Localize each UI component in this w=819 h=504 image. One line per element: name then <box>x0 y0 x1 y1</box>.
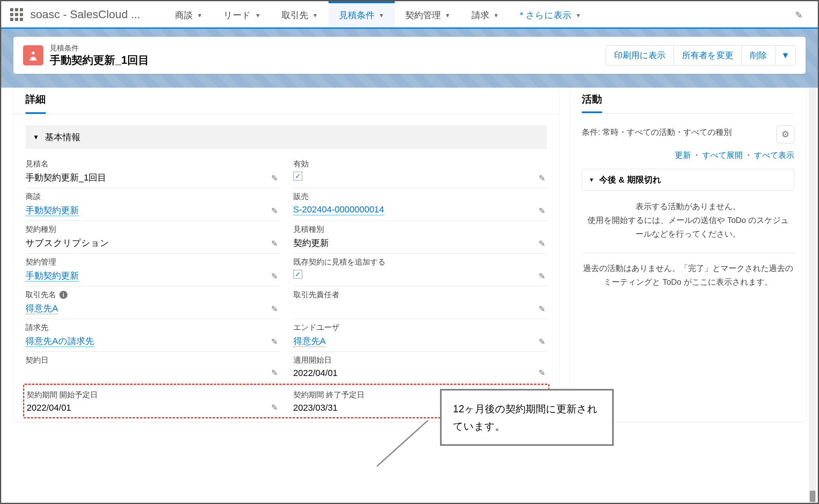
svg-point-0 <box>32 52 35 55</box>
edit-icon[interactable]: ✎ <box>539 173 545 183</box>
edit-icon[interactable]: ✎ <box>539 206 545 216</box>
edit-nav-icon[interactable]: ✎ <box>795 10 802 21</box>
field-sales: 販売 S-202404-0000000014 ✎ <box>293 188 547 221</box>
tab-detail[interactable]: 詳細 <box>25 92 46 114</box>
edit-icon[interactable]: ✎ <box>271 337 278 346</box>
delete-button[interactable]: 削除 <box>741 45 775 65</box>
change-owner-button[interactable]: 所有者を変更 <box>674 45 741 65</box>
edit-icon[interactable]: ✎ <box>271 403 278 412</box>
link-sales[interactable]: S-202404-0000000014 <box>293 204 384 215</box>
nav-item-contract[interactable]: 契約管理▼ <box>395 1 461 27</box>
nav-item-more[interactable]: * さらに表示▼ <box>510 1 592 27</box>
chevron-down-icon: ▼ <box>33 134 39 141</box>
nav-item-account[interactable]: 取引先▼ <box>271 1 328 27</box>
link-refresh[interactable]: 更新 <box>675 151 691 160</box>
chevron-down-icon[interactable]: ▼ <box>445 12 451 19</box>
chevron-down-icon[interactable]: ▼ <box>493 12 499 19</box>
edit-icon[interactable]: ✎ <box>539 368 545 378</box>
link-contract-mgmt[interactable]: 手動契約更新 <box>25 271 79 281</box>
nav-item-opportunity[interactable]: 商談▼ <box>164 1 213 27</box>
edit-icon[interactable]: ✎ <box>539 271 545 281</box>
activity-filter-text: 条件: 常時・すべての活動・すべての種別 <box>582 126 732 139</box>
field-contract-date: 契約日 ✎ <box>25 352 280 383</box>
field-quote-type: 見積種別 契約更新 ✎ <box>293 221 547 254</box>
section-basic-label: 基本情報 <box>45 131 80 143</box>
info-icon[interactable]: i <box>59 291 67 299</box>
link-show-all[interactable]: すべて表示 <box>754 151 794 160</box>
record-title: 手動契約更新_1回目 <box>50 53 149 67</box>
annotation-callout: 12ヶ月後の契約期間に更新されています。 <box>440 389 614 446</box>
gear-icon: ⚙ <box>781 129 790 140</box>
record-object-label: 見積条件 <box>50 43 149 53</box>
activity-settings-button[interactable]: ⚙ <box>777 126 794 143</box>
global-nav: soasc - SalesCloud ... 商談▼ リード▼ 取引先▼ 見積条… <box>1 1 818 29</box>
field-apply-start: 適用開始日 2022/04/01 ✎ <box>293 352 547 383</box>
activity-panel: 活動 条件: 常時・すべての活動・すべての種別 ⚙ 更新・すべて展開・すべて表示… <box>571 83 806 422</box>
nav-item-quote[interactable]: 見積条件▼ <box>328 1 395 27</box>
section-basic-info[interactable]: ▼ 基本情報 <box>25 126 547 149</box>
edit-icon[interactable]: ✎ <box>539 304 545 314</box>
field-contact: 取引先責任者 ✎ <box>293 286 547 319</box>
svg-rect-1 <box>29 60 37 61</box>
record-header-band: 見積条件 手動契約更新_1回目 印刷用に表示 所有者を変更 削除 ▼ <box>1 29 818 88</box>
edit-icon[interactable]: ✎ <box>539 337 545 346</box>
field-contract-mgmt: 契約管理 手動契約更新 ✎ <box>25 254 280 286</box>
link-billing[interactable]: 得意先Aの請求先 <box>25 336 94 347</box>
edit-icon[interactable]: ✎ <box>271 173 278 183</box>
field-enduser: エンドユーザ 得意先A ✎ <box>293 319 547 352</box>
field-valid: 有効 ✓ ✎ <box>293 155 547 188</box>
chevron-down-icon[interactable]: ▼ <box>379 12 384 19</box>
link-enduser[interactable]: 得意先A <box>293 336 326 347</box>
more-actions-button[interactable]: ▼ <box>775 45 796 65</box>
edit-icon[interactable]: ✎ <box>271 304 278 314</box>
field-account: 取引先名i 得意先A ✎ <box>25 286 280 319</box>
record-header: 見積条件 手動契約更新_1回目 印刷用に表示 所有者を変更 削除 ▼ <box>13 37 806 74</box>
field-quote-name: 見積名 手動契約更新_1回目 ✎ <box>25 155 280 188</box>
print-button[interactable]: 印刷用に表示 <box>606 45 674 65</box>
chevron-down-icon[interactable]: ▼ <box>575 12 581 19</box>
checkbox-add-existing: ✓ <box>293 270 302 279</box>
no-upcoming-msg: 表示する活動がありません。 使用を開始するには、メールの送信や ToDo のスケ… <box>582 198 794 249</box>
link-expand-all[interactable]: すべて展開 <box>702 151 743 160</box>
edit-icon[interactable]: ✎ <box>539 239 545 248</box>
chevron-down-icon: ▼ <box>589 176 594 183</box>
record-actions: 印刷用に表示 所有者を変更 削除 ▼ <box>606 45 796 65</box>
edit-icon[interactable]: ✎ <box>271 206 278 216</box>
app-launcher-icon[interactable] <box>8 6 25 23</box>
record-type-icon <box>23 45 43 65</box>
link-account[interactable]: 得意先A <box>25 303 58 314</box>
detail-panel: 詳細 ▼ 基本情報 見積名 手動契約更新_1回目 ✎ 有効 ✓ ✎ <box>13 83 559 422</box>
checkbox-valid: ✓ <box>293 172 302 181</box>
chevron-down-icon: ▼ <box>781 50 790 60</box>
field-billing: 請求先 得意先Aの請求先 ✎ <box>25 319 280 352</box>
edit-icon[interactable]: ✎ <box>271 239 278 248</box>
past-activity-msg: 過去の活動はありません。「完了」とマークされた過去のミーティングと ToDo が… <box>582 261 794 289</box>
field-add-existing: 既存契約に見積を追加する ✓ ✎ <box>293 254 547 286</box>
activity-links: 更新・すべて展開・すべて表示 <box>582 150 794 161</box>
chevron-down-icon[interactable]: ▼ <box>197 12 202 19</box>
chevron-down-icon[interactable]: ▼ <box>312 12 318 19</box>
field-contract-type: 契約種別 サブスクリプション ✎ <box>25 221 280 254</box>
chevron-down-icon[interactable]: ▼ <box>255 12 261 19</box>
field-period-start: 契約期間 開始予定日 2022/04/01 ✎ <box>27 386 280 417</box>
nav-item-lead[interactable]: リード▼ <box>213 1 271 27</box>
link-opportunity[interactable]: 手動契約更新 <box>25 205 79 216</box>
edit-icon[interactable]: ✎ <box>271 271 278 281</box>
app-name: soasc - SalesCloud ... <box>30 8 140 21</box>
tab-activity[interactable]: 活動 <box>582 92 602 113</box>
section-upcoming[interactable]: ▼ 今後 & 期限切れ <box>582 169 794 191</box>
scrollbar-thumb-bottom[interactable] <box>810 491 815 502</box>
edit-icon[interactable]: ✎ <box>271 368 278 378</box>
field-opportunity: 商談 手動契約更新 ✎ <box>25 188 280 221</box>
nav-item-billing[interactable]: 請求▼ <box>461 1 510 27</box>
